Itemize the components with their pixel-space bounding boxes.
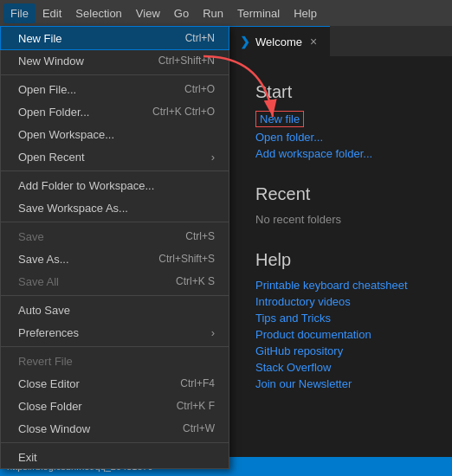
welcome-content: Start New file Open folder... Add worksp… (229, 56, 452, 457)
menu-item-shortcut-save: Ctrl+S (185, 230, 215, 242)
menu-item-label-new-window: New Window (18, 55, 141, 68)
menubar-help[interactable]: Help (287, 3, 324, 23)
tabs-bar: ❯ Welcome × (229, 26, 452, 56)
menu-item-open-workspace[interactable]: Open Workspace... (1, 123, 229, 145)
menu-item-shortcut-save-all: Ctrl+K S (176, 275, 215, 287)
menu-item-label-exit: Exit (18, 451, 215, 464)
menubar-run[interactable]: Run (196, 3, 230, 23)
menu-separator (1, 346, 229, 347)
menubar-go[interactable]: Go (167, 3, 196, 23)
new-file-link[interactable]: New file (255, 111, 304, 127)
start-section: Start New file Open folder... Add worksp… (255, 82, 426, 160)
menu-separator (1, 295, 229, 296)
menu-item-label-save-all: Save All (18, 275, 158, 288)
menu-separator (1, 442, 229, 443)
menu-item-label-auto-save: Auto Save (18, 304, 215, 317)
menubar: File Edit Selection View Go Run Terminal… (0, 0, 452, 26)
menu-item-auto-save[interactable]: Auto Save (1, 299, 229, 321)
no-recent-text: No recent folders (255, 213, 426, 226)
menubar-terminal[interactable]: Terminal (230, 3, 287, 23)
help-link-1[interactable]: Introductory videos (255, 295, 426, 308)
menu-separator (1, 222, 229, 222)
menu-item-label-save-as: Save As... (18, 253, 141, 266)
help-link-5[interactable]: Stack Overflow (255, 361, 426, 374)
menu-item-label-preferences: Preferences (18, 326, 204, 339)
help-link-0[interactable]: Printable keyboard cheatsheet (255, 279, 426, 292)
help-link-6[interactable]: Join our Newsletter (255, 377, 426, 390)
menu-item-save-all: Save AllCtrl+K S (1, 270, 229, 293)
menubar-view[interactable]: View (129, 3, 167, 23)
menu-item-label-open-file: Open File... (18, 83, 167, 96)
menu-item-exit[interactable]: Exit (1, 446, 229, 468)
menu-item-label-revert-file: Revert File (18, 355, 215, 368)
menu-item-open-folder[interactable]: Open Folder...Ctrl+K Ctrl+O (1, 100, 229, 123)
help-section: Help Printable keyboard cheatsheet Intro… (255, 250, 426, 390)
menu-item-label-save-workspace-as: Save Workspace As... (18, 202, 215, 215)
menu-item-shortcut-close-window: Ctrl+W (183, 422, 215, 434)
file-dropdown-menu: New FileCtrl+NNew WindowCtrl+Shift+NOpen… (0, 26, 229, 469)
menu-item-new-window[interactable]: New WindowCtrl+Shift+N (1, 49, 229, 72)
menu-item-open-file[interactable]: Open File...Ctrl+O (1, 78, 229, 100)
menu-item-label-open-workspace: Open Workspace... (18, 128, 215, 141)
menu-item-close-folder[interactable]: Close FolderCtrl+K F (1, 395, 229, 417)
menu-item-arrow-open-recent: › (211, 151, 215, 164)
recent-section: Recent No recent folders (255, 184, 426, 226)
menu-item-shortcut-open-folder: Ctrl+K Ctrl+O (152, 106, 215, 118)
menu-item-save-as[interactable]: Save As...Ctrl+Shift+S (1, 248, 229, 270)
menu-item-save-workspace-as[interactable]: Save Workspace As... (1, 196, 229, 219)
recent-title: Recent (255, 184, 426, 204)
menu-item-save: SaveCtrl+S (1, 225, 229, 248)
tab-welcome[interactable]: ❯ Welcome × (229, 26, 330, 56)
menu-item-shortcut-new-window: Ctrl+Shift+N (158, 55, 215, 67)
menubar-edit[interactable]: Edit (36, 3, 68, 23)
menubar-file[interactable]: File (3, 3, 36, 23)
add-workspace-link[interactable]: Add workspace folder... (255, 147, 426, 160)
menu-item-label-open-folder: Open Folder... (18, 106, 135, 119)
menu-item-new-file[interactable]: New FileCtrl+N (1, 27, 229, 49)
menu-item-label-close-editor: Close Editor (18, 377, 163, 390)
menu-item-shortcut-close-editor: Ctrl+F4 (180, 377, 215, 389)
menu-item-shortcut-new-file: Ctrl+N (185, 32, 215, 44)
menu-item-shortcut-save-as: Ctrl+Shift+S (158, 253, 215, 265)
menu-item-label-close-window: Close Window (18, 422, 165, 435)
menu-item-preferences[interactable]: Preferences› (1, 321, 229, 344)
menu-item-revert-file: Revert File (1, 350, 229, 372)
menu-item-shortcut-open-file: Ctrl+O (184, 83, 215, 95)
menu-item-arrow-preferences: › (211, 326, 215, 339)
help-link-4[interactable]: GitHub repository (255, 344, 426, 357)
menu-item-label-new-file: New File (18, 32, 168, 45)
menu-item-label-add-folder: Add Folder to Workspace... (18, 179, 215, 192)
menubar-selection[interactable]: Selection (68, 3, 128, 23)
menu-item-label-save: Save (18, 230, 168, 243)
menu-item-close-window[interactable]: Close WindowCtrl+W (1, 417, 229, 440)
menu-item-label-close-folder: Close Folder (18, 400, 159, 413)
menu-item-label-open-recent: Open Recent (18, 151, 204, 164)
start-title: Start (255, 82, 426, 102)
menu-item-close-editor[interactable]: Close EditorCtrl+F4 (1, 372, 229, 395)
tab-close-button[interactable]: × (307, 33, 320, 50)
help-link-3[interactable]: Product documentation (255, 328, 426, 341)
tab-label: Welcome (255, 35, 302, 48)
menu-item-open-recent[interactable]: Open Recent› (1, 145, 229, 168)
menu-separator (1, 74, 229, 75)
help-link-2[interactable]: Tips and Tricks (255, 312, 426, 325)
help-title: Help (255, 250, 426, 270)
menu-separator (1, 170, 229, 171)
menu-item-add-folder[interactable]: Add Folder to Workspace... (1, 174, 229, 196)
open-folder-link[interactable]: Open folder... (255, 131, 426, 144)
menu-item-shortcut-close-folder: Ctrl+K F (177, 400, 215, 412)
vscode-icon: ❯ (240, 35, 250, 48)
